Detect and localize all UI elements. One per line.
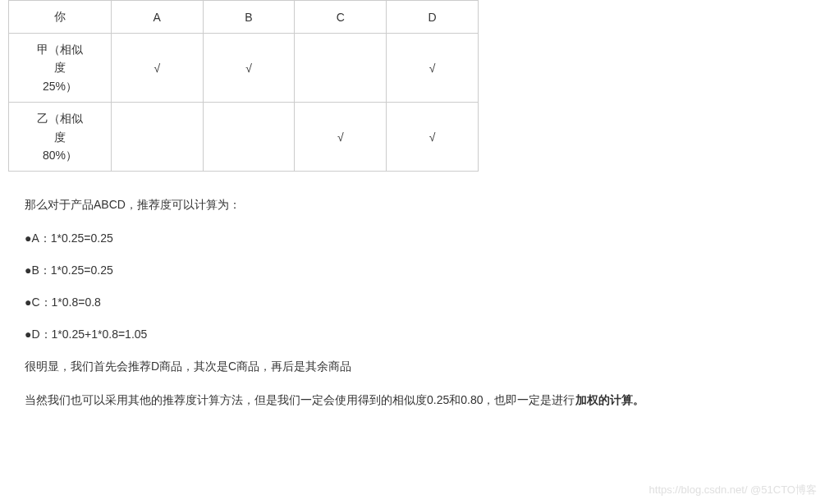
cell-yi-b	[203, 103, 295, 172]
calc-item-a: ●A：1*0.25=0.25	[25, 230, 800, 247]
row-label-line: 甲（相似	[37, 43, 83, 56]
row-label-line: 乙（相似	[37, 112, 83, 125]
intro-text: 那么对于产品ABCD，推荐度可以计算为：	[25, 196, 800, 213]
table-header-row: 你 A B C D	[9, 1, 479, 34]
header-b: B	[203, 1, 295, 34]
watermark: https://blog.csdn.net/ @51CTO博客	[649, 483, 817, 497]
header-c: C	[295, 1, 387, 34]
content-section: 那么对于产品ABCD，推荐度可以计算为： ●A：1*0.25=0.25 ●B：1…	[0, 172, 825, 409]
header-a: A	[111, 1, 203, 34]
conclusion-2-bold: 加权的计算。	[575, 393, 644, 406]
cell-jia-b: √	[203, 34, 295, 103]
cell-jia-d: √	[387, 34, 479, 103]
conclusion-2-text: 当然我们也可以采用其他的推荐度计算方法，但是我们一定会使用得到的相似度0.25和…	[25, 393, 575, 406]
row-label-line: 度	[54, 61, 66, 74]
row-label-line: 25%）	[43, 80, 77, 93]
similarity-table-wrapper: 你 A B C D 甲（相似 度 25%） √ √ √ 乙（	[0, 0, 825, 172]
cell-yi-c: √	[295, 103, 387, 172]
row-yi-label: 乙（相似 度 80%）	[9, 103, 112, 172]
cell-jia-c	[295, 34, 387, 103]
conclusion-1: 很明显，我们首先会推荐D商品，其次是C商品，再后是其余商品	[25, 358, 800, 375]
header-you: 你	[9, 1, 112, 34]
header-d: D	[387, 1, 479, 34]
row-jia-label: 甲（相似 度 25%）	[9, 34, 112, 103]
row-label-line: 80%）	[43, 149, 77, 162]
similarity-table: 你 A B C D 甲（相似 度 25%） √ √ √ 乙（	[8, 0, 479, 172]
row-label-line: 度	[54, 131, 66, 144]
cell-jia-a: √	[111, 34, 203, 103]
table-row: 乙（相似 度 80%） √ √	[9, 103, 479, 172]
table-row: 甲（相似 度 25%） √ √ √	[9, 34, 479, 103]
calc-item-c: ●C：1*0.8=0.8	[25, 294, 800, 311]
conclusion-2: 当然我们也可以采用其他的推荐度计算方法，但是我们一定会使用得到的相似度0.25和…	[25, 392, 800, 409]
cell-yi-d: √	[387, 103, 479, 172]
cell-yi-a	[111, 103, 203, 172]
calc-item-d: ●D：1*0.25+1*0.8=1.05	[25, 326, 800, 343]
calc-item-b: ●B：1*0.25=0.25	[25, 262, 800, 279]
